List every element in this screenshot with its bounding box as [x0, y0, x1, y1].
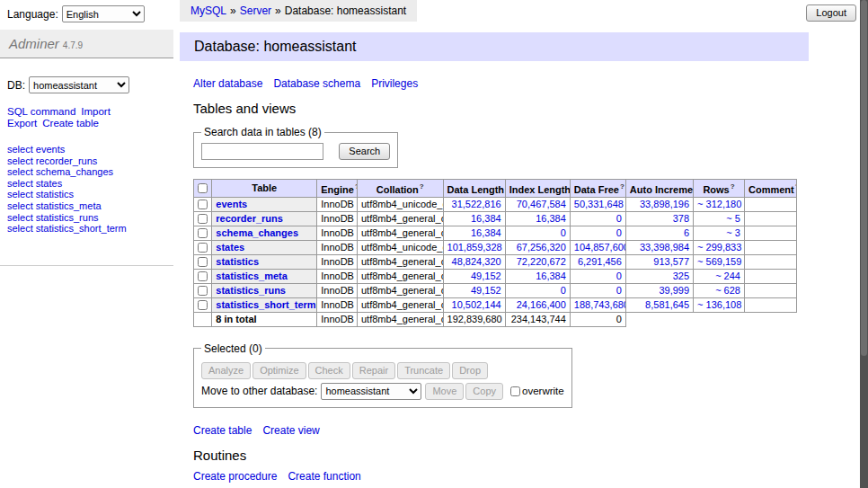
db-select[interactable]: homeassistant — [29, 76, 129, 93]
auto-increment-link[interactable]: 6 — [684, 227, 689, 238]
select-link-statistics[interactable]: select — [7, 189, 33, 200]
data-length-link[interactable]: 31,522,816 — [452, 199, 501, 209]
select-link-statistics_short_term[interactable]: select — [7, 223, 33, 234]
select-link-events[interactable]: select — [7, 144, 33, 155]
rows-count-link[interactable]: ~ 299,833 — [697, 242, 741, 253]
row-checkbox-states[interactable] — [198, 243, 208, 253]
help-icon[interactable]: ? — [731, 182, 735, 191]
check-button[interactable]: Check — [308, 362, 350, 379]
data-free-link[interactable]: 50,331,648 — [574, 199, 624, 209]
auto-increment-link[interactable]: 913,577 — [653, 256, 689, 267]
help-icon[interactable]: ? — [420, 182, 424, 191]
table-structure-link-states[interactable]: states — [216, 242, 244, 253]
data-length-link[interactable]: 16,384 — [471, 227, 501, 238]
help-icon[interactable]: ? — [620, 182, 624, 191]
rows-count-link[interactable]: ~ 3 — [726, 227, 740, 238]
alter-database-link[interactable]: Alter database — [193, 77, 262, 90]
index-length-link[interactable]: 67,256,320 — [517, 242, 566, 253]
drop-button[interactable]: Drop — [452, 362, 488, 379]
logout-button[interactable]: Logout — [806, 4, 856, 22]
rows-count-link[interactable]: ~ 312,180 — [697, 199, 741, 209]
row-checkbox-schema_changes[interactable] — [198, 228, 208, 238]
select-link-states[interactable]: select — [7, 178, 33, 189]
select-link-statistics_runs[interactable]: select — [7, 212, 33, 223]
data-free-link[interactable]: 0 — [616, 285, 622, 296]
data-length-link[interactable]: 10,502,144 — [452, 299, 501, 310]
language-select[interactable]: English — [62, 5, 145, 22]
truncate-button[interactable]: Truncate — [397, 362, 450, 379]
optimize-button[interactable]: Optimize — [252, 362, 306, 379]
index-length-link[interactable]: 16,384 — [536, 271, 566, 281]
create-table-link-sidebar[interactable]: Create table — [42, 118, 99, 129]
index-length-link[interactable]: 16,384 — [536, 213, 566, 224]
select-all-checkbox[interactable] — [198, 183, 208, 193]
select-link-recorder_runs[interactable]: select — [7, 155, 33, 166]
table-link-events[interactable]: events — [36, 144, 65, 155]
search-input[interactable] — [201, 143, 323, 160]
overwrite-checkbox[interactable] — [510, 386, 520, 396]
rows-count-link[interactable]: ~ 5 — [726, 213, 740, 224]
create-procedure-link[interactable]: Create procedure — [193, 470, 277, 483]
table-structure-link-schema_changes[interactable]: schema_changes — [216, 227, 298, 238]
data-length-link[interactable]: 101,859,328 — [447, 242, 502, 253]
data-length-link[interactable]: 49,152 — [471, 271, 501, 281]
create-table-link[interactable]: Create table — [193, 424, 252, 437]
data-free-link[interactable]: 0 — [616, 227, 622, 238]
data-free-link[interactable]: 0 — [616, 213, 622, 224]
scrollbar-thumb[interactable] — [861, 0, 867, 356]
table-link-recorder_runs[interactable]: recorder_runs — [36, 155, 97, 166]
table-link-statistics_short_term[interactable]: statistics_short_term — [36, 223, 127, 234]
data-free-link[interactable]: 188,743,680 — [574, 299, 626, 310]
index-length-link[interactable]: 70,467,584 — [517, 199, 566, 209]
create-function-link[interactable]: Create function — [288, 470, 360, 483]
search-button[interactable]: Search — [339, 143, 390, 160]
table-link-schema_changes[interactable]: schema_changes — [36, 166, 113, 177]
table-link-statistics_meta[interactable]: statistics_meta — [36, 200, 102, 211]
table-link-statistics_runs[interactable]: statistics_runs — [36, 212, 99, 223]
table-structure-link-statistics_short_term[interactable]: statistics_short_term — [216, 299, 315, 310]
sql-command-link[interactable]: SQL command — [7, 106, 75, 117]
copy-button[interactable]: Copy — [465, 383, 503, 400]
database-schema-link[interactable]: Database schema — [273, 77, 360, 90]
table-link-statistics[interactable]: statistics — [36, 189, 74, 200]
auto-increment-link[interactable]: 8,581,645 — [645, 299, 689, 310]
rows-count-link[interactable]: ~ 628 — [715, 285, 740, 296]
select-link-statistics_meta[interactable]: select — [7, 200, 33, 211]
select-link-schema_changes[interactable]: select — [7, 166, 33, 177]
table-structure-link-events[interactable]: events — [216, 199, 247, 209]
index-length-link[interactable]: 0 — [561, 227, 566, 238]
repair-button[interactable]: Repair — [352, 362, 395, 379]
data-length-link[interactable]: 16,384 — [471, 213, 501, 224]
adminer-logo-link[interactable]: Adminer — [9, 36, 59, 51]
move-database-select[interactable]: homeassistant — [321, 383, 421, 400]
create-view-link[interactable]: Create view — [262, 424, 319, 437]
data-free-link[interactable]: 0 — [616, 271, 622, 281]
auto-increment-link[interactable]: 33,398,984 — [640, 242, 689, 253]
auto-increment-link[interactable]: 378 — [673, 213, 689, 224]
data-length-link[interactable]: 49,152 — [471, 285, 501, 296]
row-checkbox-recorder_runs[interactable] — [198, 214, 208, 224]
breadcrumb-server-link[interactable]: Server — [240, 4, 271, 17]
row-checkbox-statistics_short_term[interactable] — [198, 300, 208, 310]
breadcrumb-mysql-link[interactable]: MySQL — [190, 4, 226, 17]
import-link[interactable]: Import — [81, 106, 111, 117]
auto-increment-link[interactable]: 325 — [673, 271, 689, 281]
row-checkbox-statistics[interactable] — [198, 257, 208, 267]
analyze-button[interactable]: Analyze — [201, 362, 251, 379]
row-checkbox-statistics_runs[interactable] — [198, 286, 208, 296]
row-checkbox-events[interactable] — [198, 200, 208, 209]
help-icon[interactable]: ? — [795, 182, 797, 191]
privileges-link[interactable]: Privileges — [371, 77, 418, 90]
row-checkbox-statistics_meta[interactable] — [198, 271, 208, 281]
rows-count-link[interactable]: ~ 136,108 — [697, 299, 741, 310]
index-length-link[interactable]: 24,166,400 — [517, 299, 566, 310]
rows-count-link[interactable]: ~ 244 — [715, 271, 740, 281]
auto-increment-link[interactable]: 33,898,196 — [640, 199, 689, 209]
index-length-link[interactable]: 72,220,672 — [517, 256, 566, 267]
table-link-states[interactable]: states — [36, 178, 62, 189]
index-length-link[interactable]: 0 — [561, 285, 566, 296]
table-structure-link-recorder_runs[interactable]: recorder_runs — [216, 213, 283, 224]
data-free-link[interactable]: 6,291,456 — [578, 256, 622, 267]
data-length-link[interactable]: 48,824,320 — [452, 256, 501, 267]
data-free-link[interactable]: 104,857,600 — [574, 242, 626, 253]
